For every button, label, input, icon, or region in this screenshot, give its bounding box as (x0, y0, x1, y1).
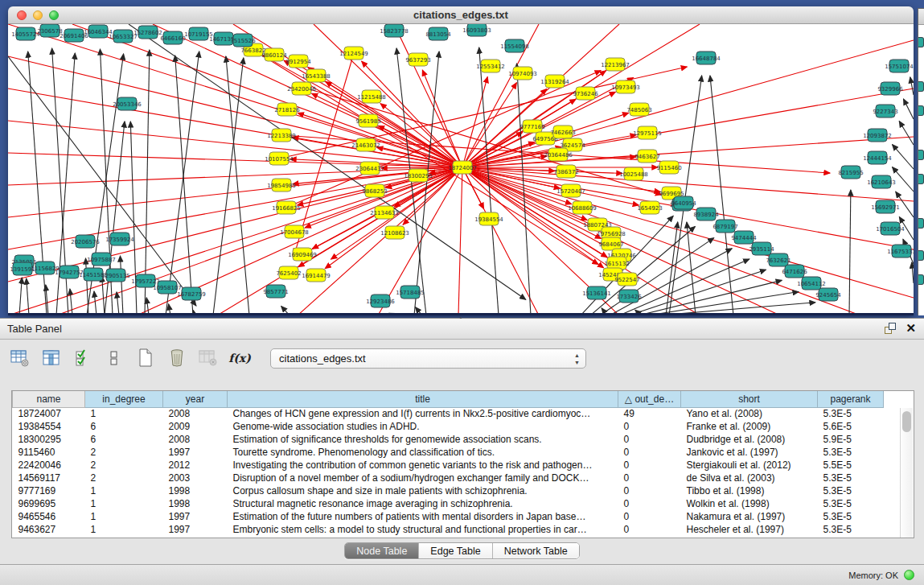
table-cell[interactable]: Hescheler et al. (1997) (681, 523, 818, 536)
table-row[interactable]: 946554611997Estimation of the future num… (13, 510, 884, 523)
table-row[interactable]: 911546021997Tourette syndrome. Phenomeno… (13, 446, 884, 459)
table-cell[interactable]: 5.3E-5 (818, 484, 884, 497)
table-cell[interactable]: 2 (85, 446, 163, 459)
table-cell[interactable]: 1 (85, 497, 163, 510)
network-graph[interactable]: 1872400776638228860124891295416543388234… (8, 24, 914, 313)
graph-edge[interactable] (117, 292, 119, 313)
table-cell[interactable]: 2 (85, 459, 163, 472)
table-cell[interactable]: Embryonic stem cells: a model to study s… (228, 523, 618, 536)
table-cell[interactable]: 1 (85, 484, 163, 497)
graph-edge[interactable] (910, 77, 914, 95)
graph-edge[interactable] (281, 306, 290, 313)
table-cell[interactable]: 0 (618, 420, 681, 433)
table-row[interactable]: 1872400712008Changes of HCN gene express… (13, 407, 884, 420)
show-column-button[interactable] (41, 348, 62, 369)
column-header-name[interactable]: name (13, 391, 85, 407)
table-cell[interactable]: 5.3E-5 (818, 510, 884, 523)
table-cell[interactable]: Corpus callosum shape and size in male p… (228, 484, 618, 497)
table-cell[interactable]: 6 (85, 420, 163, 433)
graph-edge[interactable] (175, 56, 193, 313)
table-cell[interactable]: 2008 (163, 407, 228, 420)
graph-edge[interactable] (213, 58, 244, 313)
select-columns-button[interactable] (72, 348, 93, 369)
graph-edge[interactable] (145, 50, 150, 313)
window-titlebar[interactable]: citations_edges.txt (8, 6, 914, 24)
graph-node[interactable] (918, 250, 924, 261)
graph-edge[interactable] (226, 56, 249, 313)
table-cell[interactable]: 0 (618, 523, 681, 536)
table-cell[interactable]: 5.3E-5 (818, 523, 884, 536)
table-cell[interactable]: 9463627 (13, 523, 85, 536)
table-cell[interactable]: 9777169 (13, 484, 85, 497)
graph-node[interactable] (918, 274, 924, 285)
table-cell[interactable]: 1997 (163, 446, 228, 459)
table-cell[interactable]: 14569117 (13, 472, 85, 484)
network-canvas[interactable]: 1872400776638228860124891295416543388234… (8, 24, 914, 313)
table-row[interactable]: 1830029562008Estimation of significance … (13, 433, 884, 446)
graph-node[interactable] (918, 174, 924, 184)
table-cell[interactable]: Jankovic et al. (1997) (681, 446, 818, 459)
table-cell[interactable]: 1998 (163, 484, 228, 497)
column-header-out_degree[interactable]: △ out_de… (618, 391, 681, 407)
graph-edge[interactable] (169, 304, 170, 313)
table-cell[interactable]: Nakamura et al. (1997) (681, 510, 818, 523)
table-row[interactable]: 1938455462009Genome-wide association stu… (13, 420, 884, 433)
column-header-pagerank[interactable]: pagerank (818, 391, 884, 407)
graph-node[interactable] (918, 218, 924, 229)
table-cell[interactable]: de Silva et al. (2003) (681, 472, 818, 484)
graph-edge[interactable] (8, 56, 462, 167)
table-cell[interactable]: 1 (85, 407, 163, 420)
table-cell[interactable]: 1 (85, 510, 163, 523)
graph-edge[interactable] (27, 278, 29, 313)
table-cell[interactable]: Yano et al. (2008) (681, 407, 818, 420)
graph-edge[interactable] (629, 270, 766, 313)
tab-edge-table[interactable]: Edge Table (419, 543, 492, 558)
graph-edge[interactable] (120, 256, 123, 313)
graph-edge[interactable] (462, 76, 487, 167)
graph-edge[interactable] (639, 280, 782, 313)
table-cell[interactable]: 9115460 (13, 446, 85, 459)
graph-node[interactable] (918, 105, 924, 116)
graph-edge[interactable] (912, 262, 914, 283)
float-panel-icon[interactable] (885, 323, 896, 334)
table-cell[interactable]: 0 (618, 459, 681, 472)
graph-node[interactable] (918, 37, 924, 47)
table-cell[interactable]: 5.5E-5 (818, 459, 884, 472)
tab-network-table[interactable]: Network Table (493, 543, 579, 558)
table-row[interactable]: 2242004622012Investigating the contribut… (13, 459, 884, 472)
column-header-year[interactable]: year (163, 391, 228, 407)
graph-edge[interactable] (166, 51, 199, 313)
table-cell[interactable]: Estimation of significance thresholds fo… (228, 433, 618, 446)
table-cell[interactable]: 22420046 (13, 459, 85, 472)
table-cell[interactable]: Changes of HCN gene expression and I(f) … (228, 407, 618, 420)
graph-edge[interactable] (8, 167, 462, 282)
table-cell[interactable]: Estimation of the future numbers of pati… (228, 510, 618, 523)
table-cell[interactable]: 2 (85, 472, 163, 484)
graph-edge[interactable] (687, 222, 696, 313)
table-cell[interactable]: 1998 (163, 497, 228, 510)
table-cell[interactable]: 2009 (163, 420, 228, 433)
table-cell[interactable]: 0 (618, 510, 681, 523)
table-cell[interactable]: 2003 (163, 472, 228, 484)
table-cell[interactable]: Structural magnetic resonance image aver… (228, 497, 618, 510)
graph-edge[interactable] (193, 311, 195, 313)
delete-button[interactable] (166, 348, 187, 369)
table-cell[interactable]: 1 (85, 523, 163, 536)
table-cell[interactable]: Dudbridge et al. (2008) (681, 433, 818, 446)
table-cell[interactable]: 5.3E-5 (818, 446, 884, 459)
column-header-in_degree[interactable]: in_degree (85, 391, 163, 407)
table-scrollbar-thumb[interactable] (902, 411, 911, 432)
graph-edge[interactable] (153, 24, 462, 167)
table-cell[interactable]: 5.3E-5 (818, 472, 884, 484)
table-cell[interactable]: Tourette syndrome. Phenomenology and cla… (228, 446, 618, 459)
graph-edge[interactable] (70, 289, 72, 313)
table-selector-dropdown[interactable]: citations_edges.txt ▲▼ (270, 348, 586, 369)
graph-node[interactable] (918, 81, 924, 92)
table-cell[interactable]: 2012 (163, 459, 228, 472)
table-cell[interactable]: 0 (618, 472, 681, 484)
graph-edge[interactable] (94, 291, 97, 313)
table-cell[interactable]: 5.9E-5 (818, 433, 884, 446)
close-window-button[interactable] (17, 10, 27, 20)
graph-edge[interactable] (19, 278, 22, 313)
table-cell[interactable]: 9699695 (13, 497, 85, 510)
